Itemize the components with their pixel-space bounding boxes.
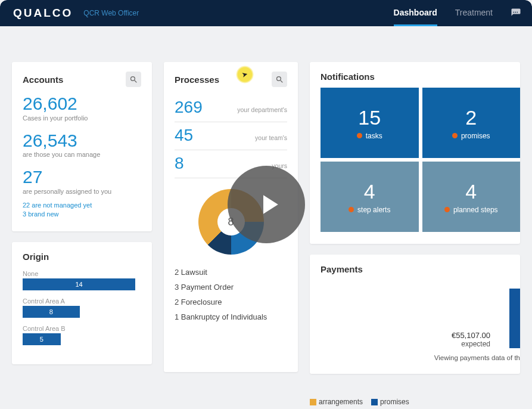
tile-value: 4 (465, 180, 477, 203)
search-icon (275, 75, 284, 84)
alert-dot-icon (444, 207, 450, 212)
tile-step-alerts[interactable]: 4 step alerts (321, 162, 419, 232)
process-row: 45 your team's (175, 122, 287, 150)
process-label: your department's (237, 106, 287, 117)
origin-bar[interactable]: 14 (23, 278, 135, 290)
tile-label: planned steps (453, 206, 498, 214)
tile-value: 15 (358, 106, 381, 129)
topbar: QUALCO QCR Web Officer Dashboard Treatme… (0, 0, 532, 26)
tile-label: step alerts (357, 206, 390, 214)
nav-dashboard[interactable]: Dashboard (394, 1, 437, 26)
accounts-search-button[interactable] (126, 72, 141, 87)
nav-treatment[interactable]: Treatment (455, 1, 493, 26)
accounts-manage-sub: are those you can manage (23, 151, 141, 158)
accounts-assigned: 27 (23, 168, 141, 187)
origin-bar[interactable]: 8 (23, 306, 80, 318)
payments-expected-label: expected (321, 340, 490, 348)
list-item: 2 Foreclosure (175, 298, 287, 306)
tile-planned-steps[interactable]: 4 planned steps (422, 162, 521, 232)
origin-label: Control Area B (23, 325, 141, 332)
tile-label: promises (461, 132, 490, 140)
origin-row: None 14 (23, 270, 141, 290)
accounts-total-sub: Cases in your portfolio (23, 114, 141, 122)
accounts-title: Accounts (23, 75, 63, 85)
origin-card: Origin None 14 Control Area A 8 Control … (12, 242, 152, 364)
payments-title: Payments (321, 264, 520, 274)
payments-footer: Viewing payments data of th (321, 354, 520, 361)
legend-swatch-arrangements (310, 399, 316, 405)
origin-label: Control Area A (23, 298, 141, 305)
payments-card: Payments €55,107.00 expected Viewing pay… (310, 255, 520, 374)
payments-amount: €55,107.00 (321, 331, 490, 340)
alert-dot-icon (452, 133, 458, 138)
notifications-card: Notifications 15 tasks 2 promises 4 step (310, 62, 520, 244)
origin-title: Origin (23, 252, 141, 262)
process-breakdown-list: 2 Lawsuit 3 Payment Order 2 Foreclosure … (175, 268, 287, 321)
legend-promises: promises (380, 398, 409, 406)
origin-row: Control Area A 8 (23, 298, 141, 318)
accounts-manage: 26,543 (23, 131, 141, 150)
processes-title: Processes (175, 75, 219, 85)
process-label: your team's (255, 134, 287, 145)
tile-label: tasks (366, 132, 382, 140)
process-value: 45 (175, 126, 193, 145)
legend-arrangements: arrangements (319, 398, 363, 406)
tile-tasks[interactable]: 15 tasks (321, 88, 419, 158)
origin-label: None (23, 270, 141, 277)
list-item: 1 Bankruptcy of Individuals (175, 312, 287, 321)
accounts-link-brandnew[interactable]: 3 brand new (23, 210, 141, 219)
processes-search-button[interactable] (272, 72, 287, 87)
play-icon (253, 188, 285, 221)
list-item: 3 Payment Order (175, 283, 287, 292)
video-play-button[interactable] (228, 166, 305, 243)
brand-logo: QUALCO (13, 7, 73, 20)
notifications-title: Notifications (321, 72, 520, 82)
notifications-legend: arrangements promises (310, 398, 520, 406)
origin-row: Control Area B 5 (23, 325, 141, 345)
list-item: 2 Lawsuit (175, 268, 287, 277)
messages-icon[interactable] (511, 8, 521, 18)
accounts-total: 26,602 (23, 94, 141, 113)
search-icon (129, 75, 138, 84)
app-name: QCR Web Officer (83, 9, 139, 17)
tile-value: 4 (364, 180, 375, 203)
tile-promises[interactable]: 2 promises (422, 88, 521, 158)
process-value: 269 (175, 98, 203, 117)
origin-bar[interactable]: 5 (23, 333, 61, 345)
accounts-card: Accounts 26,602 Cases in your portfolio … (12, 62, 152, 231)
alert-dot-icon (349, 207, 354, 212)
accounts-link-unmanaged[interactable]: 22 are not managed yet (23, 201, 141, 210)
legend-swatch-promises (371, 399, 378, 405)
process-value: 8 (175, 154, 184, 173)
payments-bar (509, 289, 520, 348)
tile-value: 2 (465, 106, 477, 129)
alert-dot-icon (357, 133, 362, 138)
accounts-assigned-sub: are personally assigned to you (23, 188, 141, 195)
process-row: 269 your department's (175, 94, 287, 122)
